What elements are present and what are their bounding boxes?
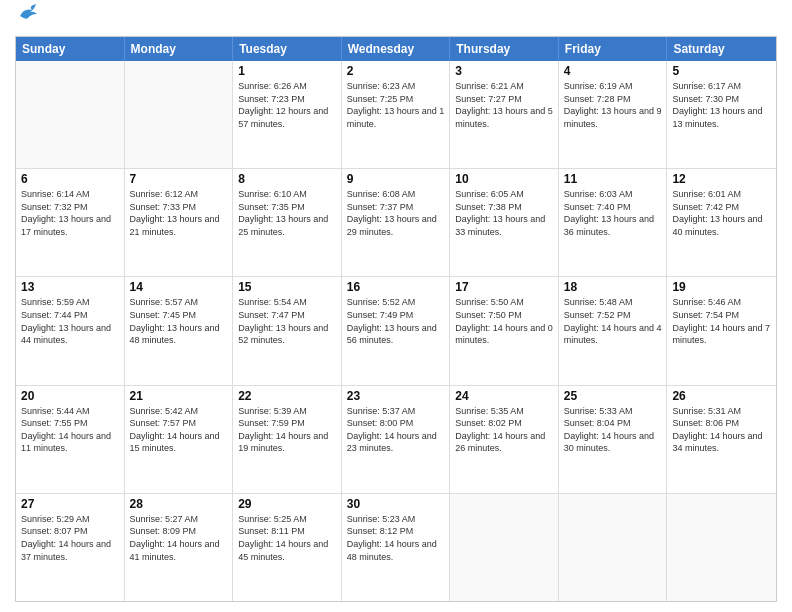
- calendar-cell: 20Sunrise: 5:44 AM Sunset: 7:55 PM Dayli…: [16, 386, 125, 493]
- calendar-cell: [667, 494, 776, 601]
- calendar-cell: 29Sunrise: 5:25 AM Sunset: 8:11 PM Dayli…: [233, 494, 342, 601]
- header-day-sunday: Sunday: [16, 37, 125, 61]
- day-info: Sunrise: 5:33 AM Sunset: 8:04 PM Dayligh…: [564, 405, 662, 455]
- day-info: Sunrise: 5:31 AM Sunset: 8:06 PM Dayligh…: [672, 405, 771, 455]
- header-day-friday: Friday: [559, 37, 668, 61]
- day-number: 20: [21, 389, 119, 403]
- calendar-cell: 19Sunrise: 5:46 AM Sunset: 7:54 PM Dayli…: [667, 277, 776, 384]
- header-day-tuesday: Tuesday: [233, 37, 342, 61]
- day-number: 11: [564, 172, 662, 186]
- calendar-header: SundayMondayTuesdayWednesdayThursdayFrid…: [16, 37, 776, 61]
- calendar-cell: 21Sunrise: 5:42 AM Sunset: 7:57 PM Dayli…: [125, 386, 234, 493]
- day-number: 1: [238, 64, 336, 78]
- day-number: 3: [455, 64, 553, 78]
- day-info: Sunrise: 6:26 AM Sunset: 7:23 PM Dayligh…: [238, 80, 336, 130]
- day-number: 23: [347, 389, 445, 403]
- calendar-cell: 18Sunrise: 5:48 AM Sunset: 7:52 PM Dayli…: [559, 277, 668, 384]
- day-info: Sunrise: 6:23 AM Sunset: 7:25 PM Dayligh…: [347, 80, 445, 130]
- day-number: 25: [564, 389, 662, 403]
- day-number: 9: [347, 172, 445, 186]
- day-info: Sunrise: 6:10 AM Sunset: 7:35 PM Dayligh…: [238, 188, 336, 238]
- calendar-cell: 13Sunrise: 5:59 AM Sunset: 7:44 PM Dayli…: [16, 277, 125, 384]
- calendar-cell: 27Sunrise: 5:29 AM Sunset: 8:07 PM Dayli…: [16, 494, 125, 601]
- calendar-cell: [125, 61, 234, 168]
- calendar-cell: 3Sunrise: 6:21 AM Sunset: 7:27 PM Daylig…: [450, 61, 559, 168]
- calendar-row-4: 20Sunrise: 5:44 AM Sunset: 7:55 PM Dayli…: [16, 386, 776, 494]
- logo: [15, 10, 40, 28]
- calendar-cell: 12Sunrise: 6:01 AM Sunset: 7:42 PM Dayli…: [667, 169, 776, 276]
- day-info: Sunrise: 6:19 AM Sunset: 7:28 PM Dayligh…: [564, 80, 662, 130]
- day-number: 19: [672, 280, 771, 294]
- day-info: Sunrise: 5:44 AM Sunset: 7:55 PM Dayligh…: [21, 405, 119, 455]
- calendar-cell: 7Sunrise: 6:12 AM Sunset: 7:33 PM Daylig…: [125, 169, 234, 276]
- calendar-cell: [16, 61, 125, 168]
- day-info: Sunrise: 5:25 AM Sunset: 8:11 PM Dayligh…: [238, 513, 336, 563]
- calendar-cell: 14Sunrise: 5:57 AM Sunset: 7:45 PM Dayli…: [125, 277, 234, 384]
- calendar-cell: 10Sunrise: 6:05 AM Sunset: 7:38 PM Dayli…: [450, 169, 559, 276]
- day-number: 2: [347, 64, 445, 78]
- calendar-cell: 22Sunrise: 5:39 AM Sunset: 7:59 PM Dayli…: [233, 386, 342, 493]
- calendar-cell: 9Sunrise: 6:08 AM Sunset: 7:37 PM Daylig…: [342, 169, 451, 276]
- bird-icon: [18, 2, 40, 28]
- calendar-cell: 5Sunrise: 6:17 AM Sunset: 7:30 PM Daylig…: [667, 61, 776, 168]
- day-info: Sunrise: 5:50 AM Sunset: 7:50 PM Dayligh…: [455, 296, 553, 346]
- day-number: 18: [564, 280, 662, 294]
- day-number: 14: [130, 280, 228, 294]
- calendar-cell: 4Sunrise: 6:19 AM Sunset: 7:28 PM Daylig…: [559, 61, 668, 168]
- calendar-row-1: 1Sunrise: 6:26 AM Sunset: 7:23 PM Daylig…: [16, 61, 776, 169]
- day-info: Sunrise: 5:54 AM Sunset: 7:47 PM Dayligh…: [238, 296, 336, 346]
- day-number: 15: [238, 280, 336, 294]
- day-number: 6: [21, 172, 119, 186]
- calendar-row-3: 13Sunrise: 5:59 AM Sunset: 7:44 PM Dayli…: [16, 277, 776, 385]
- calendar-cell: 30Sunrise: 5:23 AM Sunset: 8:12 PM Dayli…: [342, 494, 451, 601]
- calendar-cell: 17Sunrise: 5:50 AM Sunset: 7:50 PM Dayli…: [450, 277, 559, 384]
- day-number: 27: [21, 497, 119, 511]
- calendar-cell: [559, 494, 668, 601]
- day-info: Sunrise: 5:23 AM Sunset: 8:12 PM Dayligh…: [347, 513, 445, 563]
- header-day-saturday: Saturday: [667, 37, 776, 61]
- day-info: Sunrise: 6:01 AM Sunset: 7:42 PM Dayligh…: [672, 188, 771, 238]
- day-info: Sunrise: 6:17 AM Sunset: 7:30 PM Dayligh…: [672, 80, 771, 130]
- calendar: SundayMondayTuesdayWednesdayThursdayFrid…: [15, 36, 777, 602]
- calendar-cell: 6Sunrise: 6:14 AM Sunset: 7:32 PM Daylig…: [16, 169, 125, 276]
- day-number: 30: [347, 497, 445, 511]
- day-info: Sunrise: 5:39 AM Sunset: 7:59 PM Dayligh…: [238, 405, 336, 455]
- day-info: Sunrise: 5:52 AM Sunset: 7:49 PM Dayligh…: [347, 296, 445, 346]
- day-number: 7: [130, 172, 228, 186]
- day-number: 22: [238, 389, 336, 403]
- day-info: Sunrise: 6:03 AM Sunset: 7:40 PM Dayligh…: [564, 188, 662, 238]
- day-number: 4: [564, 64, 662, 78]
- day-info: Sunrise: 5:37 AM Sunset: 8:00 PM Dayligh…: [347, 405, 445, 455]
- day-number: 8: [238, 172, 336, 186]
- day-info: Sunrise: 5:42 AM Sunset: 7:57 PM Dayligh…: [130, 405, 228, 455]
- day-number: 24: [455, 389, 553, 403]
- day-info: Sunrise: 5:48 AM Sunset: 7:52 PM Dayligh…: [564, 296, 662, 346]
- header-day-monday: Monday: [125, 37, 234, 61]
- day-number: 17: [455, 280, 553, 294]
- day-info: Sunrise: 6:21 AM Sunset: 7:27 PM Dayligh…: [455, 80, 553, 130]
- calendar-cell: 28Sunrise: 5:27 AM Sunset: 8:09 PM Dayli…: [125, 494, 234, 601]
- calendar-cell: 8Sunrise: 6:10 AM Sunset: 7:35 PM Daylig…: [233, 169, 342, 276]
- calendar-cell: 24Sunrise: 5:35 AM Sunset: 8:02 PM Dayli…: [450, 386, 559, 493]
- day-info: Sunrise: 6:14 AM Sunset: 7:32 PM Dayligh…: [21, 188, 119, 238]
- day-number: 13: [21, 280, 119, 294]
- day-info: Sunrise: 5:29 AM Sunset: 8:07 PM Dayligh…: [21, 513, 119, 563]
- calendar-cell: 26Sunrise: 5:31 AM Sunset: 8:06 PM Dayli…: [667, 386, 776, 493]
- day-number: 5: [672, 64, 771, 78]
- day-info: Sunrise: 5:35 AM Sunset: 8:02 PM Dayligh…: [455, 405, 553, 455]
- day-number: 21: [130, 389, 228, 403]
- day-number: 29: [238, 497, 336, 511]
- day-info: Sunrise: 5:59 AM Sunset: 7:44 PM Dayligh…: [21, 296, 119, 346]
- calendar-cell: 2Sunrise: 6:23 AM Sunset: 7:25 PM Daylig…: [342, 61, 451, 168]
- header: [15, 10, 777, 28]
- calendar-cell: 23Sunrise: 5:37 AM Sunset: 8:00 PM Dayli…: [342, 386, 451, 493]
- day-number: 10: [455, 172, 553, 186]
- calendar-row-2: 6Sunrise: 6:14 AM Sunset: 7:32 PM Daylig…: [16, 169, 776, 277]
- day-info: Sunrise: 5:27 AM Sunset: 8:09 PM Dayligh…: [130, 513, 228, 563]
- day-info: Sunrise: 5:46 AM Sunset: 7:54 PM Dayligh…: [672, 296, 771, 346]
- header-day-wednesday: Wednesday: [342, 37, 451, 61]
- calendar-cell: 15Sunrise: 5:54 AM Sunset: 7:47 PM Dayli…: [233, 277, 342, 384]
- page: SundayMondayTuesdayWednesdayThursdayFrid…: [0, 0, 792, 612]
- calendar-cell: 25Sunrise: 5:33 AM Sunset: 8:04 PM Dayli…: [559, 386, 668, 493]
- day-info: Sunrise: 5:57 AM Sunset: 7:45 PM Dayligh…: [130, 296, 228, 346]
